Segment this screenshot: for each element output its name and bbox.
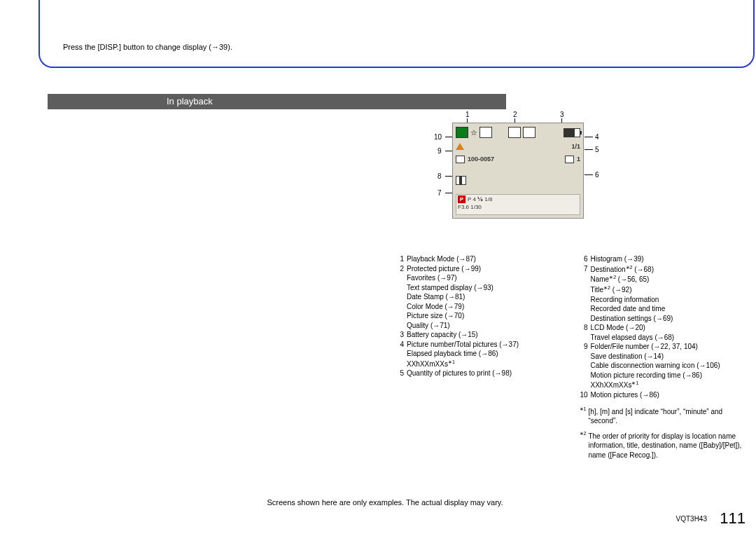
- legend-item: 6Histogram (→39): [580, 254, 750, 264]
- leader: [445, 176, 452, 177]
- legend-number: 2: [396, 264, 404, 331]
- page: Press the [DISP.] button to change displ…: [0, 0, 756, 536]
- legend-item: 5Quantity of pictures to print (→98): [396, 369, 566, 378]
- folder-icon: [456, 156, 465, 163]
- page-number: 111: [720, 508, 746, 529]
- legend-text: Protected picture (→99)Favorites (→97)Te…: [407, 264, 493, 331]
- legend-number: 7: [580, 264, 588, 324]
- callout-6: 6: [595, 170, 599, 180]
- lcd-row2: 1/1: [456, 140, 580, 153]
- shutter-info: F3.6 1/30: [458, 204, 578, 212]
- callout-7: 7: [438, 188, 442, 198]
- counter: 1/1: [571, 142, 580, 151]
- legend-item: 4Picture number/Total pictures (→37)Elap…: [396, 340, 566, 369]
- leader: [445, 137, 452, 137]
- top-instruction: Press the [DISP.] button to change displ…: [63, 42, 232, 53]
- playback-diagram: 1 2 3 10 9 8 7 4 5 6 ☆: [399, 109, 651, 224]
- section-heading: In playback: [48, 94, 506, 109]
- legend-col-right: 6Histogram (→39)7Destination∗2 (→68)Name…: [580, 254, 750, 465]
- legend-text: Picture number/Total pictures (→37)Elaps…: [407, 340, 519, 369]
- callout-9: 9: [438, 146, 442, 156]
- legend-number: 5: [396, 369, 404, 378]
- legend: 1Playback Mode (→87)2Protected picture (…: [396, 254, 749, 465]
- callout-5: 5: [595, 145, 599, 155]
- callout-10: 10: [434, 132, 442, 142]
- legend-number: 8: [580, 323, 588, 342]
- legend-number: 1: [396, 254, 404, 264]
- legend-text: Histogram (→39): [591, 254, 644, 264]
- size-icon: [508, 127, 521, 138]
- legend-item: 1Playback Mode (→87): [396, 254, 566, 264]
- legend-number: 6: [580, 254, 588, 264]
- legend-item: 2Protected picture (→99)Favorites (→97)T…: [396, 264, 566, 331]
- star-icon: ☆: [470, 128, 477, 138]
- legend-text: Quantity of pictures to print (→98): [407, 369, 512, 378]
- leader: [584, 174, 593, 175]
- legend-text: Playback Mode (→87): [407, 254, 476, 264]
- footnote: ∗1[h], [m] and [s] indicate “hour”, “min…: [580, 407, 750, 426]
- lcd-row1: ☆: [456, 126, 580, 139]
- legend-text: Battery capacity (→15): [407, 330, 478, 340]
- legend-item: 7Destination∗2 (→68)Name∗2 (→56, 65)Titl…: [580, 264, 750, 324]
- p-mode-badge: P: [458, 195, 465, 203]
- footnote: ∗2The order of priority for display is l…: [580, 432, 750, 460]
- playback-mode-icon: [456, 127, 468, 138]
- battery-icon: [564, 128, 580, 137]
- print-icon: [565, 156, 574, 163]
- lcd-screen: ☆ 1/1 100-0057 1 PP 4 ⅓ 1/8: [452, 123, 584, 219]
- callout-4: 4: [595, 132, 599, 142]
- legend-number: 10: [580, 390, 588, 400]
- quality-icon: [523, 127, 536, 138]
- legend-item: 8LCD Mode (→20)Travel elapsed days (→68): [580, 323, 750, 342]
- footnotes: ∗1[h], [m] and [s] indicate “hour”, “min…: [580, 407, 750, 460]
- legend-number: 9: [580, 342, 588, 390]
- leader: [445, 151, 452, 151]
- legend-text: LCD Mode (→20)Travel elapsed days (→68): [591, 323, 675, 342]
- histogram-icon: [456, 176, 466, 185]
- exposure-info: P 4 ⅓ 1/8: [468, 196, 492, 202]
- leader: [445, 193, 452, 193]
- legend-text: Destination∗2 (→68)Name∗2 (→56, 65)Title…: [591, 264, 673, 324]
- legend-col-left: 1Playback Mode (→87)2Protected picture (…: [396, 254, 566, 465]
- warning-icon: [456, 143, 464, 150]
- protected-icon: [479, 127, 492, 138]
- legend-number: 4: [396, 340, 404, 369]
- lcd-bottom-info: PP 4 ⅓ 1/8 F3.6 1/30: [456, 194, 580, 215]
- callout-frame: [38, 0, 755, 68]
- folder-number: 100-0057: [468, 155, 494, 163]
- leader: [584, 137, 593, 137]
- callout-8: 8: [438, 172, 442, 181]
- lcd-row3: 100-0057 1: [456, 154, 580, 164]
- legend-number: 3: [396, 330, 404, 340]
- legend-text: Folder/File number (→22, 37, 104)Save de…: [591, 342, 720, 390]
- bottom-note: Screens shown here are only examples. Th…: [210, 497, 560, 508]
- legend-item: 10Motion pictures (→86): [580, 390, 750, 400]
- legend-item: 3Battery capacity (→15): [396, 330, 566, 340]
- legend-text: Motion pictures (→86): [591, 390, 659, 400]
- legend-item: 9Folder/File number (→22, 37, 104)Save d…: [580, 342, 750, 390]
- leader: [584, 149, 593, 150]
- document-id: VQT3H43: [676, 514, 707, 524]
- print-count: 1: [577, 155, 580, 163]
